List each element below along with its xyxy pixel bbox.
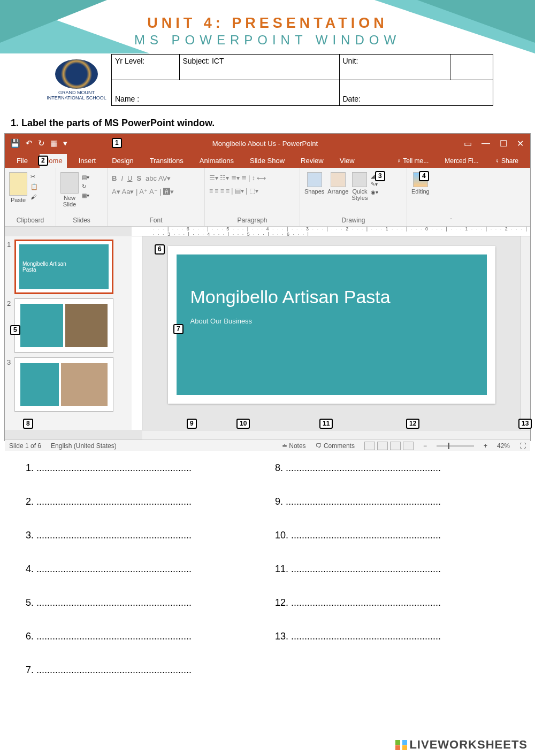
label-10: 10 (236, 419, 250, 429)
label-12: 12 (406, 419, 419, 429)
label-6: 6 (155, 244, 165, 254)
answer-1[interactable]: 1. .....................................… (26, 462, 260, 474)
minimize-icon[interactable]: — (482, 138, 490, 149)
watermark: LIVEWORKSHEETS (395, 738, 528, 752)
start-icon[interactable]: ▦ (50, 138, 58, 148)
zoom-out-icon[interactable]: − (423, 442, 427, 450)
answer-2[interactable]: 2. .....................................… (26, 496, 260, 507)
slide-subtitle[interactable]: About Our Business (190, 317, 476, 325)
maximize-icon[interactable]: ☐ (500, 138, 507, 149)
format-painter-icon[interactable]: 🖌 (30, 194, 38, 200)
ribbon-tabs: File Home Insert Design Transitions Anim… (5, 153, 530, 168)
vertical-scrollbar[interactable] (521, 236, 530, 430)
school-name: GRAND MOUNT INTERNATIONAL SCHOOL (42, 90, 111, 101)
question-1: 1. Label the parts of MS PowerPoint wind… (11, 118, 524, 129)
tab-review[interactable]: Review (296, 154, 328, 168)
window-title: Mongibello About Us - PowerPoint (73, 140, 457, 148)
answer-10[interactable]: 10. ....................................… (275, 530, 509, 541)
label-8: 8 (23, 419, 33, 429)
answer-lines: 1. .....................................… (26, 462, 509, 698)
zoom-in-icon[interactable]: + (484, 442, 487, 450)
fit-icon[interactable]: ⛶ (519, 442, 526, 450)
slide-title[interactable]: Mongibello Artisan Pasta (190, 287, 476, 307)
label-5: 5 (10, 325, 20, 335)
answer-4[interactable]: 4. .....................................… (26, 564, 260, 575)
shape-outline-icon[interactable]: ✎▾ (371, 181, 378, 187)
label-4: 4 (419, 171, 429, 181)
ribbon-options-icon[interactable]: ▭ (464, 138, 472, 149)
tab-file[interactable]: File (12, 154, 32, 168)
share-button[interactable]: ♀ Share (491, 155, 523, 168)
close-icon[interactable]: ✕ (517, 138, 524, 149)
shape-effects-icon[interactable]: ◉▾ (371, 189, 378, 195)
save-icon[interactable]: 💾 (10, 138, 20, 148)
answer-6[interactable]: 6. .....................................… (26, 631, 260, 642)
paste-button[interactable]: Paste (9, 172, 27, 203)
notes-button[interactable]: ≐ Notes (282, 442, 306, 450)
collapse-ribbon-icon[interactable]: ˆ (446, 168, 456, 226)
thumbnail-3[interactable] (14, 357, 113, 412)
tab-transitions[interactable]: Transitions (146, 154, 188, 168)
tell-me[interactable]: ♀ Tell me... (392, 155, 433, 168)
layout-icon[interactable]: ▤▾ (82, 174, 89, 180)
redo-icon[interactable]: ↻ (38, 138, 45, 148)
date-cell[interactable]: Date: (339, 80, 493, 106)
qat-dropdown-icon[interactable]: ▾ (63, 138, 67, 148)
account[interactable]: Merced Fl... (440, 155, 483, 168)
group-slides: Slides (60, 215, 103, 224)
zoom-slider[interactable] (437, 445, 474, 447)
current-slide[interactable]: Mongibello Artisan Pasta About Our Busin… (168, 246, 495, 404)
answer-8[interactable]: 8. .....................................… (275, 462, 509, 474)
comments-button[interactable]: 🗨 Comments (316, 442, 355, 450)
language[interactable]: English (United States) (51, 442, 117, 450)
quick-access-toolbar[interactable]: 💾 ↶ ↻ ▦ ▾ (5, 138, 73, 148)
cut-icon[interactable]: ✂ (30, 173, 38, 180)
reset-icon[interactable]: ↻ (82, 183, 89, 189)
group-paragraph: Paragraph (209, 215, 295, 224)
name-cell[interactable]: Name : (112, 80, 340, 106)
undo-icon[interactable]: ↶ (26, 138, 33, 148)
bg-triangle (417, 0, 535, 43)
quick-styles-button[interactable]: Quick Styles (351, 172, 368, 201)
group-font: Font (112, 215, 200, 224)
label-2: 2 (38, 156, 48, 166)
unit-cell[interactable]: Unit: (339, 55, 450, 80)
section-icon[interactable]: ▦▾ (82, 192, 89, 198)
answer-13[interactable]: 13. ....................................… (275, 631, 509, 642)
view-buttons[interactable] (364, 442, 414, 450)
answer-9[interactable]: 9. .....................................… (275, 496, 509, 507)
label-9: 9 (187, 419, 197, 429)
powerpoint-window: 1 2 3 4 5 6 7 8 9 10 11 12 13 💾 ↶ ↻ ▦ ▾ … (4, 133, 531, 441)
ribbon: Paste✂📋🖌 Clipboard New Slide▤▾↻▦▾ Slides… (5, 168, 530, 227)
answer-3[interactable]: 3. .....................................… (26, 530, 260, 541)
blank-cell (450, 55, 493, 80)
slide-editing-area[interactable]: Mongibello Artisan Pasta About Our Busin… (142, 236, 521, 430)
group-clipboard: Clipboard (9, 215, 51, 224)
answer-7[interactable]: 7. .....................................… (26, 665, 260, 676)
answer-5[interactable]: 5. .....................................… (26, 597, 260, 608)
horizontal-scrollbar[interactable] (142, 430, 530, 439)
new-slide-button[interactable]: New Slide (60, 172, 79, 207)
label-1: 1 (112, 138, 122, 148)
tab-design[interactable]: Design (108, 154, 137, 168)
thumbnail-2[interactable] (14, 298, 113, 353)
answer-11[interactable]: 11. ....................................… (275, 564, 509, 575)
zoom-level[interactable]: 42% (497, 442, 510, 450)
copy-icon[interactable]: 📋 (30, 183, 38, 190)
student-info-table: Yr Level: Subject: ICT Unit: Name : Date… (111, 54, 493, 106)
yr-level-cell[interactable]: Yr Level: (112, 55, 180, 80)
arrange-button[interactable]: Arrange (327, 172, 348, 195)
slide-panel: 1Mongibello Artisan Pasta 2 3 (5, 236, 132, 430)
thumbnail-1[interactable]: Mongibello Artisan Pasta (14, 240, 113, 294)
subject-cell: Subject: ICT (179, 55, 339, 80)
shapes-button[interactable]: Shapes (304, 172, 324, 195)
school-logo: GRAND MOUNT INTERNATIONAL SCHOOL (42, 54, 111, 106)
status-bar: Slide 1 of 6 English (United States) ≐ N… (5, 439, 530, 451)
tab-animations[interactable]: Animations (195, 154, 238, 168)
tab-insert[interactable]: Insert (74, 154, 101, 168)
tab-slideshow[interactable]: Slide Show (246, 154, 289, 168)
answer-12[interactable]: 12. ....................................… (275, 597, 509, 608)
tab-view[interactable]: View (335, 154, 359, 168)
horizontal-ruler: · · · | · · · 6 · · · | · · · 5 · · · | … (132, 227, 530, 236)
label-13: 13 (518, 419, 532, 429)
